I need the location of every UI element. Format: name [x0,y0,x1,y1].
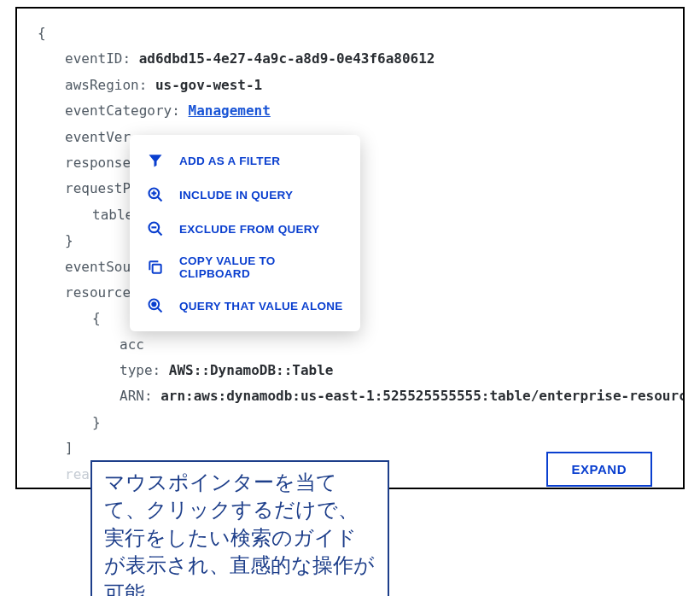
menu-include-label: INCLUDE IN QUERY [179,189,293,202]
key-type: type: [120,362,160,378]
funnel-icon [147,152,164,169]
zoom-in-icon [147,186,164,203]
menu-query-alone[interactable]: QUERY THAT VALUE ALONE [130,289,360,323]
svg-rect-7 [153,265,161,273]
field-acc-cut: acc [38,332,666,358]
menu-include-query[interactable]: INCLUDE IN QUERY [130,178,360,212]
zoom-out-icon [147,220,164,237]
svg-line-10 [158,308,162,313]
field-eventid: eventID: ad6dbd15-4e27-4a9c-a8d9-0e43f6a… [38,46,666,72]
key-eventsou: eventSou [65,259,131,275]
key-response: response [65,155,131,171]
svg-point-9 [152,302,155,306]
menu-copy-label: COPY VALUE TO CLIPBOARD [179,254,343,280]
field-eventcategory: eventCategory: Management [38,98,666,124]
val-type[interactable]: AWS::DynamoDB::Table [169,362,334,378]
expand-button[interactable]: EXPAND [546,452,652,487]
menu-add-filter[interactable]: ADD AS A FILTER [130,143,360,178]
key-awsregion: awsRegion: [65,77,147,93]
key-requestp: requestP [65,180,131,196]
svg-line-1 [158,197,162,202]
key-resource: resource [65,284,131,301]
menu-copy-value[interactable]: COPY VALUE TO CLIPBOARD [130,246,360,289]
target-search-icon [147,297,164,314]
brace-close-2: } [38,410,666,435]
val-awsregion[interactable]: us-gov-west-1 [155,77,262,93]
menu-query-alone-label: QUERY THAT VALUE ALONE [179,300,343,313]
menu-exclude-label: EXCLUDE FROM QUERY [179,223,320,236]
key-acc: acc [120,336,144,353]
val-eventcategory-link[interactable]: Management [189,102,271,119]
val-eventid[interactable]: ad6dbd15-4e27-4a9c-a8d9-0e43f6a80612 [139,50,435,67]
val-arn[interactable]: arn:aws:dynamodb:us-east-1:525525555555:… [160,388,685,404]
annotation-callout: マウスポインターを当てて、クリックするだけで、実行をしたい検索のガイドが表示され… [90,460,389,596]
key-eventid: eventID: [65,50,131,67]
key-arn: ARN: [120,388,153,404]
brace-open: { [38,20,666,46]
key-eventcategory: eventCategory: [65,102,180,119]
menu-exclude-query[interactable]: EXCLUDE FROM QUERY [130,212,360,246]
value-context-menu: ADD AS A FILTER INCLUDE IN QUERY EXCLUDE… [130,135,360,331]
field-arn: ARN: arn:aws:dynamodb:us-east-1:52552555… [38,383,666,409]
field-type: type: AWS::DynamoDB::Table [38,358,666,383]
key-eventver: eventVer [65,129,131,145]
menu-add-filter-label: ADD AS A FILTER [179,155,280,167]
copy-icon [147,259,164,276]
svg-line-5 [158,231,162,236]
field-awsregion: awsRegion: us-gov-west-1 [38,73,666,98]
